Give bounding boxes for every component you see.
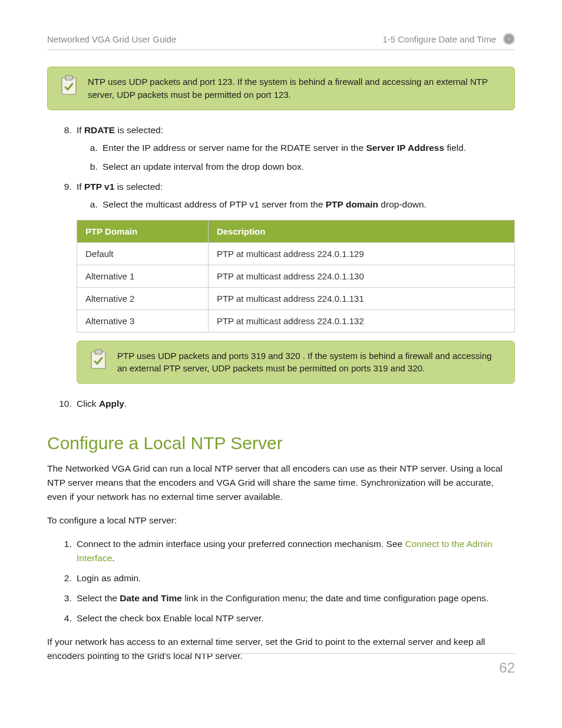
step-10: Click Apply. xyxy=(74,397,515,411)
config-step-3-suffix: link in the Configuration menu; the date… xyxy=(182,593,488,603)
step-9-text-prefix: If xyxy=(77,182,84,192)
cell-domain: Alternative 3 xyxy=(77,309,209,332)
cell-desc: PTP at multicast address 224.0.1.130 xyxy=(208,265,514,287)
step-8-text-suffix: is selected: xyxy=(115,125,163,135)
step-8-sublist: Enter the IP address or server name for … xyxy=(77,141,515,174)
svg-rect-1 xyxy=(65,75,72,80)
step-8: If RDATE is selected: Enter the IP addre… xyxy=(74,123,515,174)
section-heading: Configure a Local NTP Server xyxy=(47,433,515,453)
step-8a-bold: Server IP Address xyxy=(366,143,444,153)
config-step-3: Select the Date and Time link in the Con… xyxy=(74,591,515,605)
config-step-3-prefix: Select the xyxy=(77,593,120,603)
cell-desc: PTP at multicast address 224.0.1.132 xyxy=(208,309,514,332)
cell-desc: PTP at multicast address 224.0.1.131 xyxy=(208,287,514,309)
step-10-bold: Apply xyxy=(99,398,124,409)
steps-list-cont: Click Apply. xyxy=(47,397,515,411)
callout-ntp-text: NTP uses UDP packets and port 123. If th… xyxy=(88,75,503,101)
step-9-bold: PTP v1 xyxy=(84,182,114,192)
config-step-1-suffix: . xyxy=(112,553,114,563)
step-10-suffix: . xyxy=(124,398,127,409)
step-8-text-prefix: If xyxy=(77,125,84,135)
callout-ntp: NTP uses UDP packets and port 123. If th… xyxy=(47,67,515,110)
step-9-text-suffix: is selected: xyxy=(114,182,163,192)
header-left: Networked VGA Grid User Guide xyxy=(47,34,176,44)
step-10-prefix: Click xyxy=(77,398,99,409)
table-header-row: PTP Domain Description xyxy=(77,220,515,242)
step-9a-bold: PTP domain xyxy=(326,199,378,209)
step-8b: Select an update interval from the drop … xyxy=(100,160,515,174)
page-header: Networked VGA Grid User Guide 1-5 Config… xyxy=(47,33,515,50)
page-number: 62 xyxy=(499,660,515,676)
config-step-4: Select the check box Enable local NTP se… xyxy=(74,611,515,625)
table-row: Default PTP at multicast address 224.0.1… xyxy=(77,242,515,265)
intro-paragraph: The Networked VGA Grid can run a local N… xyxy=(47,462,515,504)
config-step-1-prefix: Connect to the admin interface using you… xyxy=(77,539,405,549)
cell-domain: Alternative 1 xyxy=(77,265,209,287)
th-description: Description xyxy=(208,220,514,242)
cell-desc: PTP at multicast address 224.0.1.129 xyxy=(208,242,514,265)
cell-domain: Default xyxy=(77,242,209,265)
step-8a-suffix: field. xyxy=(444,143,466,153)
cell-domain: Alternative 2 xyxy=(77,287,209,309)
clipboard-check-icon xyxy=(59,74,78,93)
config-steps: Connect to the admin interface using you… xyxy=(47,537,515,625)
steps-list: If RDATE is selected: Enter the IP addre… xyxy=(47,123,515,212)
step-8a: Enter the IP address or server name for … xyxy=(100,141,515,155)
table-row: Alternative 1 PTP at multicast address 2… xyxy=(77,265,515,287)
step-8a-prefix: Enter the IP address or server name for … xyxy=(103,143,366,153)
clipboard-check-icon xyxy=(89,348,108,367)
table-row: Alternative 3 PTP at multicast address 2… xyxy=(77,309,515,332)
callout-ptp-text: PTP uses UDP packets and ports 319 and 3… xyxy=(117,350,503,375)
callout-ptp: PTP uses UDP packets and ports 319 and 3… xyxy=(77,341,515,384)
svg-rect-3 xyxy=(95,350,102,354)
step-9a-prefix: Select the multicast address of PTP v1 s… xyxy=(103,199,326,209)
step-9-sublist: Select the multicast address of PTP v1 s… xyxy=(77,197,515,212)
step-8-bold: RDATE xyxy=(84,125,115,135)
ptp-domain-table: PTP Domain Description Default PTP at mu… xyxy=(77,220,515,332)
step-9: If PTP v1 is selected: Select the multic… xyxy=(74,180,515,212)
th-domain: PTP Domain xyxy=(77,220,209,242)
config-step-3-bold: Date and Time xyxy=(120,593,182,603)
config-step-1: Connect to the admin interface using you… xyxy=(74,537,515,565)
page-footer: 62 xyxy=(47,653,515,676)
header-right: 1-5 Configure Date and Time xyxy=(382,34,496,44)
step-9a: Select the multicast address of PTP v1 s… xyxy=(100,197,515,212)
config-step-2: Login as admin. xyxy=(74,571,515,585)
step-9a-suffix: drop-down. xyxy=(378,199,427,209)
config-lead: To configure a local NTP server: xyxy=(47,513,515,528)
brand-logo-icon xyxy=(503,33,515,45)
table-row: Alternative 2 PTP at multicast address 2… xyxy=(77,287,515,309)
